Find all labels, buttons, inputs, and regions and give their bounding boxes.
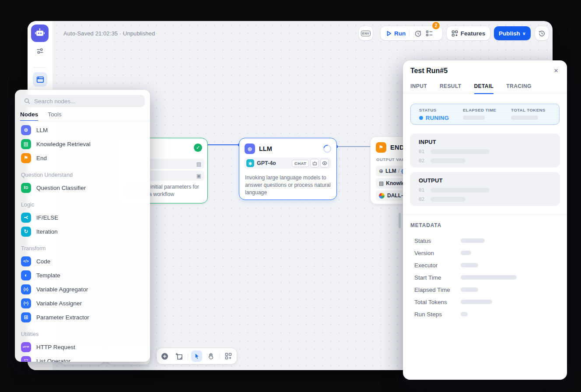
metadata-row: Executor <box>403 259 567 271</box>
copy-icon: ▣ <box>196 173 201 179</box>
variable-aggregator-icon: {x} <box>21 284 31 294</box>
test-run-title: Test Run#5 <box>410 67 448 75</box>
node-section-title: Transform <box>15 238 150 254</box>
workflow-settings-icon[interactable] <box>28 47 52 55</box>
node-item-parameter-extractor[interactable]: ⊞Parameter Extractor <box>15 310 150 324</box>
add-note-button[interactable] <box>173 350 184 362</box>
status-label: STATUS <box>419 108 463 112</box>
elapsed-time-label: ELAPSED TIME <box>463 108 511 112</box>
node-item-end[interactable]: ⚑End <box>15 151 150 165</box>
end-flag-icon: ⚑ <box>376 142 386 153</box>
line-number: 02 <box>419 158 424 164</box>
total-tokens-label: TOTAL TOKENS <box>511 108 546 112</box>
pointer-tool-button[interactable] <box>191 350 202 362</box>
llm-icon: ⊛ <box>21 125 31 135</box>
node-item-if-else[interactable]: YIF/ELSE <box>15 210 150 224</box>
hand-tool-button[interactable] <box>205 350 216 362</box>
dall-e-icon <box>379 193 385 199</box>
node-item-label: Question Classifier <box>36 185 86 191</box>
skeleton-bar <box>461 275 517 280</box>
canvas-scrollbar[interactable] <box>399 213 401 228</box>
iteration-icon: ↻ <box>21 227 31 237</box>
sidebar-item-workflow-active[interactable] <box>33 72 47 87</box>
skeleton-bar <box>461 251 471 255</box>
template-icon: ◐ <box>21 270 31 280</box>
window-icon <box>36 76 44 84</box>
llm-icon: ⊛ <box>245 144 255 154</box>
metadata-title: METADATA <box>410 222 441 228</box>
node-item-label: Template <box>36 272 60 279</box>
close-icon[interactable]: × <box>551 66 561 76</box>
model-selector[interactable]: ∗ GPT-4o CHAT <box>244 158 331 169</box>
skeleton-bar <box>461 287 478 292</box>
divider <box>220 353 220 359</box>
node-section-title: Utilities <box>15 324 150 340</box>
skeleton-bar <box>430 158 466 163</box>
node-list: ⊛LLM▤Knowledge Retrieval⚑EndQuestion Und… <box>15 123 150 362</box>
input-card: INPUT 01 02 <box>410 133 560 168</box>
node-item-label: List Operator <box>36 358 70 362</box>
node-item-label: Iteration <box>36 228 58 235</box>
tab-tools[interactable]: Tools <box>48 111 62 121</box>
env-button[interactable]: ENV <box>359 26 373 40</box>
skeleton-bar <box>430 197 466 202</box>
node-item-label: End <box>36 155 47 161</box>
app-logo-robot-icon[interactable] <box>31 24 49 42</box>
features-button[interactable]: Features <box>447 26 490 40</box>
knowledge-retrieval-icon: ▤ <box>21 139 31 149</box>
node-item-question-classifier[interactable]: ‖DQuestion Classifier <box>15 181 150 195</box>
line-number: 01 <box>419 149 424 154</box>
checklist-timer-icon[interactable] <box>413 28 423 39</box>
divider <box>409 30 410 36</box>
checklist-count-badge: 2 <box>432 22 440 29</box>
metadata-label: Run Steps <box>414 311 461 318</box>
node-section-title: Question Understand <box>15 165 150 181</box>
metadata-label: Elapsed Time <box>414 287 461 293</box>
history-clock-icon <box>538 30 546 37</box>
node-item-template[interactable]: ◐Template <box>15 268 150 282</box>
node-item-iteration[interactable]: ↻Iteration <box>15 224 150 238</box>
features-grid-icon <box>452 30 458 37</box>
node-search-box[interactable] <box>20 95 145 107</box>
output-card: OUTPUT 01 02 <box>410 172 560 206</box>
skeleton-bar <box>430 188 490 192</box>
skeleton-bar <box>461 238 485 243</box>
play-icon[interactable] <box>386 31 392 36</box>
node-item-knowledge-retrieval[interactable]: ▤Knowledge Retrieval <box>15 137 150 151</box>
add-node-button[interactable] <box>159 350 170 362</box>
organize-nodes-button[interactable] <box>223 350 234 362</box>
divider <box>403 93 567 93</box>
search-input[interactable] <box>33 98 136 105</box>
node-item-http-request[interactable]: HTTPHTTP Request <box>15 340 150 354</box>
publish-label: Publish <box>499 30 520 37</box>
test-run-panel: Test Run#5 × INPUTRESULTDETAILTRACING ST… <box>403 60 567 380</box>
metadata-row: Run Steps <box>403 308 567 320</box>
node-item-code[interactable]: </>Code <box>15 254 150 268</box>
node-search-panel: Nodes Tools ⊛LLM▤Knowledge Retrieval⚑End… <box>15 90 150 362</box>
openai-icon: ∗ <box>246 159 254 167</box>
chevron-down-icon: ∨ <box>522 31 526 36</box>
skeleton-bar <box>511 116 538 120</box>
metadata-label: Executor <box>414 262 461 269</box>
edge-start-to-llm <box>206 144 240 145</box>
input-title: INPUT <box>419 139 560 145</box>
version-history-button[interactable] <box>535 26 549 40</box>
llm-node[interactable]: ⊛ LLM ∗ GPT-4o CHAT <box>239 138 337 200</box>
canvas-toolbar <box>157 348 237 364</box>
node-item-variable-aggregator[interactable]: {x}Variable Aggregator <box>15 282 150 296</box>
knowledge-ref-icon: ▤ <box>379 180 384 186</box>
node-item-llm[interactable]: ⊛LLM <box>15 123 150 137</box>
features-label: Features <box>461 30 485 37</box>
node-item-variable-assigner[interactable]: {=}Variable Assigner <box>15 296 150 310</box>
llm-node-description: Invoking large language models to answer… <box>245 174 332 196</box>
node-item-label: Knowledge Retrieval <box>36 141 91 147</box>
output-title: OUTPUT <box>419 177 560 184</box>
node-item-list-operator[interactable]: ▽List Operator <box>15 354 150 362</box>
publish-button[interactable]: Publish ∨ <box>494 26 531 40</box>
skeleton-bar <box>461 312 468 316</box>
divider <box>188 353 188 359</box>
tab-nodes[interactable]: Nodes <box>20 111 38 121</box>
run-button[interactable]: Run <box>394 30 406 37</box>
metadata-rows: StatusVersionExecutorStart TimeElapsed T… <box>403 234 567 320</box>
checklist-icon[interactable] <box>424 28 434 39</box>
